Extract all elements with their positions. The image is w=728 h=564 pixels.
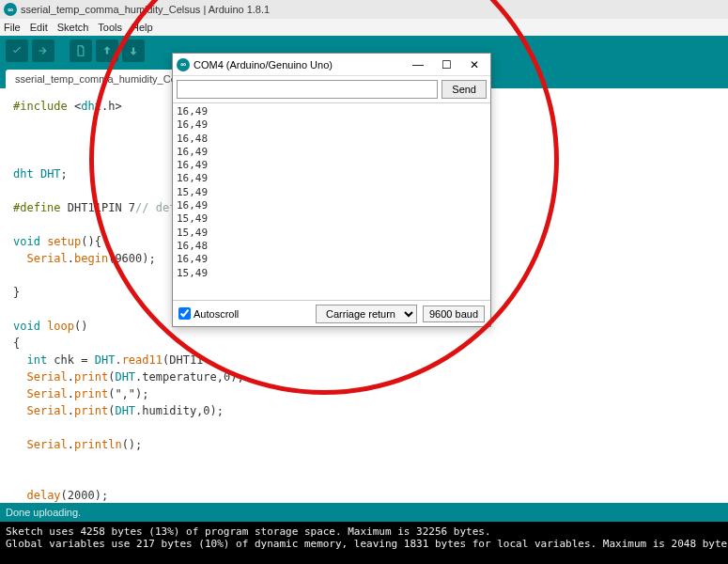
status-text: Done uploading.	[6, 507, 81, 518]
console-output: Sketch uses 4258 bytes (13%) of program …	[0, 522, 728, 564]
status-bar: Done uploading.	[0, 503, 728, 522]
serial-input-field[interactable]	[177, 80, 438, 99]
autoscroll-checkbox[interactable]	[178, 307, 191, 320]
menu-tools[interactable]: Tools	[98, 22, 122, 33]
serial-window-title: COM4 (Arduino/Genuino Uno)	[194, 59, 333, 70]
send-button[interactable]: Send	[441, 80, 487, 99]
sketch-tab[interactable]: sserial_temp_comma_humidity_Cel	[6, 70, 197, 88]
sketch-tab-label: sserial_temp_comma_humidity_Cel	[15, 73, 178, 85]
arduino-logo-icon: ∞	[4, 3, 17, 16]
new-button[interactable]	[70, 39, 92, 62]
close-button[interactable]: ✕	[462, 58, 487, 71]
line-ending-select[interactable]: Carriage return	[316, 305, 417, 323]
baud-select[interactable]: 9600 baud	[423, 306, 485, 322]
save-button[interactable]	[122, 39, 145, 62]
menubar: File Edit Sketch Tools Help	[0, 19, 728, 36]
menu-edit[interactable]: Edit	[30, 22, 48, 33]
serial-footer: Autoscroll Carriage return 9600 baud	[173, 300, 490, 326]
open-button[interactable]	[96, 39, 118, 62]
minimize-button[interactable]: —	[406, 58, 430, 71]
arrow-down-icon	[127, 44, 140, 57]
arduino-logo-icon: ∞	[177, 58, 190, 71]
check-icon	[10, 44, 23, 57]
serial-input-row: Send	[173, 76, 490, 103]
window-title: sserial_temp_comma_humidity_Celsus | Ard…	[21, 4, 270, 15]
menu-help[interactable]: Help	[132, 22, 153, 33]
menu-file[interactable]: File	[4, 22, 21, 33]
file-icon	[74, 44, 87, 57]
serial-titlebar: ∞ COM4 (Arduino/Genuino Uno) — ☐ ✕	[173, 54, 490, 76]
verify-button[interactable]	[6, 39, 28, 62]
serial-output-area[interactable]: 16,49 16,49 16,48 16,49 16,49 16,49 15,4…	[173, 103, 490, 300]
autoscroll-label: Autoscroll	[194, 308, 239, 320]
maximize-button[interactable]: ☐	[434, 58, 458, 71]
upload-button[interactable]	[32, 39, 54, 62]
menu-sketch[interactable]: Sketch	[57, 22, 89, 33]
arrow-up-icon	[101, 44, 114, 57]
serial-monitor-window: ∞ COM4 (Arduino/Genuino Uno) — ☐ ✕ Send …	[172, 53, 491, 327]
autoscroll-toggle[interactable]: Autoscroll	[178, 307, 239, 320]
arrow-right-icon	[37, 44, 50, 57]
titlebar: ∞ sserial_temp_comma_humidity_Celsus | A…	[0, 0, 728, 19]
